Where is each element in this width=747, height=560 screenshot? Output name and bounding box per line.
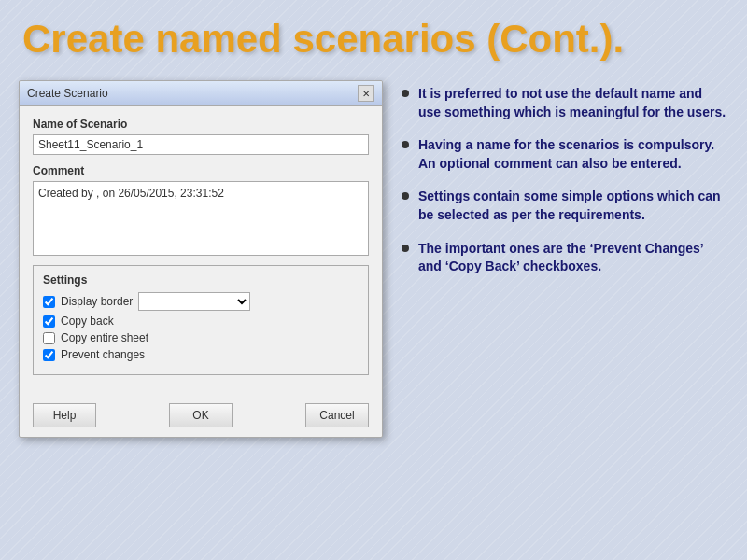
create-scenario-dialog: Create Scenario ✕ Name of Scenario Comme… [19, 80, 383, 438]
page-title: Create named scenarios (Cont.). [0, 0, 747, 71]
content-area: Create Scenario ✕ Name of Scenario Comme… [0, 71, 747, 447]
copy-entire-checkbox[interactable] [43, 332, 55, 344]
settings-label: Settings [43, 273, 359, 287]
bullet-dot [402, 245, 409, 252]
cancel-button[interactable]: Cancel [305, 403, 369, 427]
ok-button[interactable]: OK [169, 403, 233, 427]
prevent-changes-label: Prevent changes [61, 348, 145, 361]
copy-back-label: Copy back [61, 315, 114, 328]
prevent-changes-row: Prevent changes [43, 348, 359, 361]
dialog-body: Name of Scenario Comment Created by , on… [20, 106, 382, 398]
help-button[interactable]: Help [33, 403, 96, 427]
display-border-label: Display border [61, 295, 133, 308]
copy-entire-label: Copy entire sheet [61, 331, 148, 344]
list-item: Having a name for the scenarios is compu… [402, 136, 728, 173]
comment-label: Comment [33, 164, 369, 177]
copy-entire-row: Copy entire sheet [43, 331, 359, 344]
prevent-changes-checkbox[interactable] [43, 349, 55, 361]
bullet-text-2: Having a name for the scenarios is compu… [418, 136, 728, 173]
dialog-title: Create Scenario [27, 87, 108, 100]
bullet-dot [402, 192, 409, 200]
settings-group: Settings Display border Copy back [33, 265, 369, 375]
display-border-row: Display border [43, 292, 359, 311]
scenario-name-input[interactable] [33, 134, 369, 155]
display-border-checkbox[interactable] [43, 296, 55, 308]
copy-back-row: Copy back [43, 315, 359, 328]
comment-textarea[interactable]: Created by , on 26/05/2015, 23:31:52 [33, 181, 369, 256]
list-item: Settings contain some simple options whi… [402, 188, 728, 224]
dialog-titlebar: Create Scenario ✕ [20, 81, 382, 106]
list-item: It is preferred to not use the default n… [402, 85, 728, 121]
copy-back-checkbox[interactable] [43, 315, 55, 328]
bullet-text-3: Settings contain some simple options whi… [418, 188, 728, 224]
display-border-select[interactable] [138, 292, 250, 311]
dialog-close-button[interactable]: ✕ [358, 85, 374, 102]
bullet-dot [402, 141, 409, 148]
bullet-text-4: The important ones are the ‘Prevent Chan… [418, 240, 728, 276]
bullet-text-1: It is preferred to not use the default n… [418, 85, 728, 121]
dialog-buttons: Help OK Cancel [20, 398, 382, 437]
name-label: Name of Scenario [33, 118, 369, 131]
bullet-dot [402, 90, 409, 97]
bullets-container: It is preferred to not use the default n… [402, 80, 728, 438]
list-item: The important ones are the ‘Prevent Chan… [402, 240, 728, 276]
